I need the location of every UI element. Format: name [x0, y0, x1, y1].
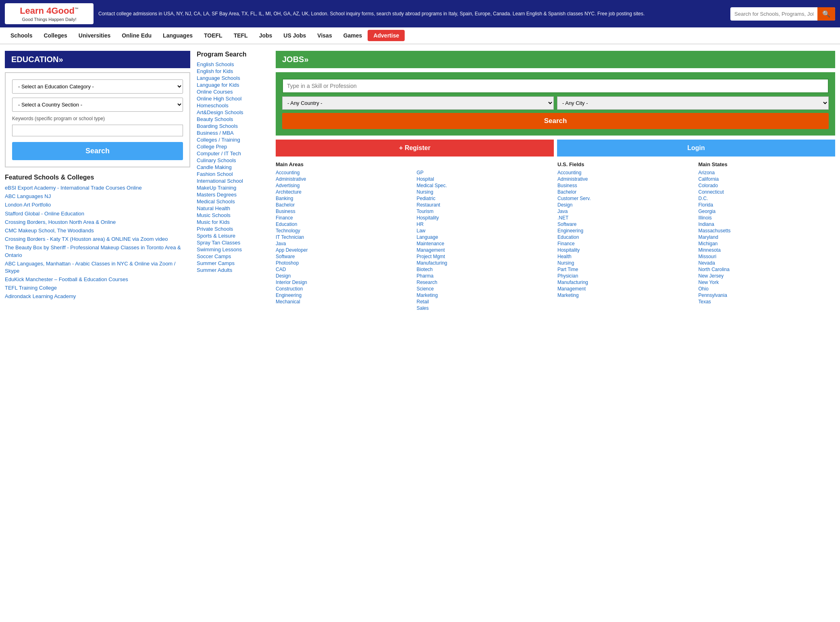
list-item[interactable]: Colorado — [699, 183, 836, 188]
login-button[interactable]: Login — [557, 140, 835, 157]
nav-universities[interactable]: Universities — [73, 27, 116, 44]
list-item[interactable]: Administrative — [276, 176, 413, 182]
list-item[interactable]: Education — [557, 234, 694, 240]
list-item[interactable]: Boarding Schools — [197, 123, 269, 129]
list-item[interactable]: Nursing — [417, 189, 554, 195]
list-item[interactable]: Tourism — [417, 209, 554, 214]
list-item[interactable]: New York — [699, 280, 836, 285]
list-item[interactable]: Ohio — [699, 286, 836, 292]
list-item[interactable]: Crossing Borders, Houston North Area & O… — [5, 219, 190, 226]
list-item[interactable]: Interior Design — [276, 280, 413, 285]
list-item[interactable]: Music for Kids — [197, 219, 269, 225]
list-item[interactable]: New Jersey — [699, 273, 836, 279]
list-item[interactable]: D.C. — [699, 196, 836, 201]
list-item[interactable]: Science — [417, 286, 554, 292]
list-item[interactable]: Nevada — [699, 260, 836, 266]
list-item[interactable]: ABC Languages NJ — [5, 193, 190, 200]
list-item[interactable]: Summer Adults — [197, 267, 269, 273]
list-item[interactable]: Medical Schools — [197, 198, 269, 205]
list-item[interactable]: College Prep — [197, 144, 269, 150]
nav-colleges[interactable]: Colleges — [38, 27, 73, 44]
list-item[interactable]: TEFL Training College — [5, 284, 190, 292]
list-item[interactable]: The Beauty Box by Sheriff - Professional… — [5, 244, 190, 259]
list-item[interactable]: Management — [557, 286, 694, 292]
list-item[interactable]: Online High School — [197, 96, 269, 102]
list-item[interactable]: MakeUp Training — [197, 185, 269, 191]
list-item[interactable]: California — [699, 176, 836, 182]
list-item[interactable]: Georgia — [699, 209, 836, 214]
list-item[interactable]: Education — [276, 221, 413, 227]
list-item[interactable]: Swimming Lessons — [197, 246, 269, 253]
country-section-select[interactable]: - Select a Country Section - — [12, 98, 183, 112]
list-item[interactable]: Accounting — [276, 170, 413, 175]
list-item[interactable]: Manufacturing — [417, 260, 554, 266]
list-item[interactable]: IT Technician — [276, 234, 413, 240]
nav-visas[interactable]: Visas — [312, 27, 337, 44]
list-item[interactable]: Art&Design Schools — [197, 109, 269, 115]
list-item[interactable]: Software — [276, 254, 413, 259]
list-item[interactable]: Business / MBA — [197, 130, 269, 136]
jobs-search-button[interactable]: Search — [282, 113, 829, 129]
header-search[interactable]: 🔍 — [730, 7, 835, 21]
list-item[interactable]: Java — [557, 209, 694, 214]
list-item[interactable]: Crossing Borders - Katy TX (Houston area… — [5, 236, 190, 243]
skill-profession-input[interactable] — [282, 79, 829, 93]
header-search-button[interactable]: 🔍 — [817, 7, 835, 21]
list-item[interactable]: Adirondack Learning Academy — [5, 293, 190, 300]
list-item[interactable]: Mechanical — [276, 299, 413, 305]
list-item[interactable]: EduKick Manchester – Football & Educatio… — [5, 276, 190, 283]
list-item[interactable]: Retail — [417, 299, 554, 305]
list-item[interactable]: Sports & Leisure — [197, 233, 269, 239]
list-item[interactable]: Nursing — [557, 260, 694, 266]
header-search-input[interactable] — [730, 8, 817, 19]
list-item[interactable]: Construction — [276, 286, 413, 292]
list-item[interactable]: .NET — [557, 215, 694, 221]
nav-us-jobs[interactable]: US Jobs — [278, 27, 312, 44]
list-item[interactable]: Restaurant — [417, 202, 554, 208]
list-item[interactable]: Minnesota — [699, 247, 836, 253]
list-item[interactable]: Soccer Camps — [197, 253, 269, 259]
list-item[interactable]: Design — [276, 273, 413, 279]
list-item[interactable]: Stafford Global - Online Education — [5, 210, 190, 217]
list-item[interactable]: Indiana — [699, 221, 836, 227]
list-item[interactable]: Private Schools — [197, 226, 269, 232]
keywords-input[interactable] — [12, 125, 183, 136]
list-item[interactable]: Masters Degrees — [197, 192, 269, 198]
list-item[interactable]: Part Time — [557, 267, 694, 272]
list-item[interactable]: Massachusetts — [699, 228, 836, 234]
list-item[interactable]: Natural Health — [197, 205, 269, 211]
list-item[interactable]: eBSI Export Academy - International Trad… — [5, 184, 190, 192]
list-item[interactable]: App Developer — [276, 247, 413, 253]
list-item[interactable]: Medical Spec. — [417, 183, 554, 188]
list-item[interactable]: Pennsylvania — [699, 292, 836, 298]
list-item[interactable]: Finance — [276, 215, 413, 221]
list-item[interactable]: Language Schools — [197, 75, 269, 81]
list-item[interactable]: Research — [417, 280, 554, 285]
list-item[interactable]: Maintenance — [417, 241, 554, 246]
register-button[interactable]: + Register — [276, 140, 554, 157]
list-item[interactable]: Candle Making — [197, 164, 269, 170]
list-item[interactable]: Administrative — [557, 176, 694, 182]
list-item[interactable]: Architecture — [276, 189, 413, 195]
list-item[interactable]: Connecticut — [699, 189, 836, 195]
list-item[interactable]: Colleges / Training — [197, 137, 269, 143]
list-item[interactable]: Culinary Schools — [197, 157, 269, 163]
list-item[interactable]: Engineering — [557, 228, 694, 234]
list-item[interactable]: Computer / IT Tech — [197, 150, 269, 157]
list-item[interactable]: Management — [417, 247, 554, 253]
list-item[interactable]: English Schools — [197, 61, 269, 67]
list-item[interactable]: London Art Portfolio — [5, 201, 190, 209]
list-item[interactable]: Java — [276, 241, 413, 246]
nav-languages[interactable]: Languages — [157, 27, 198, 44]
list-item[interactable]: Sales — [417, 305, 554, 311]
list-item[interactable]: Manufacturing — [557, 280, 694, 285]
nav-jobs[interactable]: Jobs — [254, 27, 278, 44]
list-item[interactable]: Illinois — [699, 215, 836, 221]
list-item[interactable]: Hospitality — [557, 247, 694, 253]
nav-toefl[interactable]: TOEFL — [198, 27, 228, 44]
list-item[interactable]: Florida — [699, 202, 836, 208]
list-item[interactable]: Business — [557, 183, 694, 188]
list-item[interactable]: Music Schools — [197, 212, 269, 218]
nav-schools[interactable]: Schools — [5, 27, 38, 44]
list-item[interactable]: Maryland — [699, 234, 836, 240]
